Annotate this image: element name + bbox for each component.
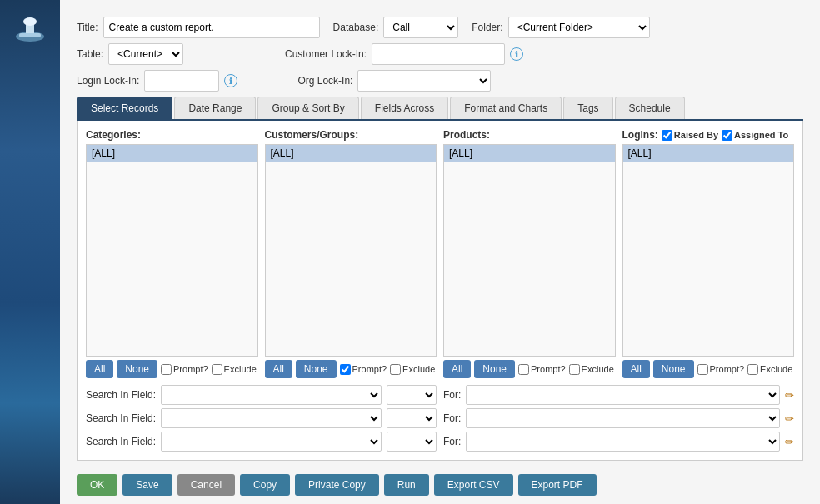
list-item[interactable]: [ALL] <box>444 145 615 162</box>
title-input[interactable] <box>103 17 320 38</box>
customers-exclude-checkbox[interactable] <box>390 364 401 375</box>
for-label-3: For: <box>443 436 461 447</box>
main-content: Title: Database: Call Folder: <Current F… <box>60 0 820 504</box>
categories-prompt-checkbox[interactable] <box>161 364 172 375</box>
products-list[interactable]: [ALL] <box>443 144 616 357</box>
logins-list[interactable]: [ALL] <box>622 144 795 357</box>
customers-none-button[interactable]: None <box>296 360 337 378</box>
search-label-2: Search In Field: <box>86 412 156 424</box>
title-group: Title: <box>77 17 320 38</box>
customer-lock-group: Customer Lock-In: ℹ <box>285 43 523 65</box>
categories-header: Categories: <box>86 129 258 141</box>
search-row-1: Search In Field: <box>86 385 437 405</box>
logins-exclude-label[interactable]: Exclude <box>748 364 792 375</box>
products-exclude-label[interactable]: Exclude <box>569 364 614 375</box>
for-row-3: For: ✏ <box>443 432 794 452</box>
logins-all-button[interactable]: All <box>622 360 650 378</box>
form-row-1: Title: Database: Call Folder: <Current F… <box>77 17 803 38</box>
search-right: For: ✏ For: ✏ For: ✏ <box>443 385 794 452</box>
products-prompt-checkbox[interactable] <box>518 364 529 375</box>
tab-select-records[interactable]: Select Records <box>77 97 172 119</box>
export-csv-button[interactable]: Export CSV <box>434 474 513 496</box>
search-field-select-1b[interactable] <box>387 385 437 405</box>
customers-exclude-label[interactable]: Exclude <box>390 364 435 375</box>
tab-format-charts[interactable]: Format and Charts <box>450 97 562 119</box>
column-categories: Categories: [ALL] All None Prompt? Exclu… <box>86 129 258 378</box>
form-row-3: Login Lock-In: ℹ Org Lock-In: <box>77 70 803 92</box>
tab-fields-across[interactable]: Fields Across <box>361 97 448 119</box>
categories-none-button[interactable]: None <box>117 360 158 378</box>
logins-prompt-checkbox[interactable] <box>698 364 708 375</box>
raised-by-text: Raised By <box>674 130 718 140</box>
tab-date-range[interactable]: Date Range <box>174 97 256 119</box>
tab-schedule[interactable]: Schedule <box>615 97 685 119</box>
search-field-select-2b[interactable] <box>387 408 437 428</box>
table-select[interactable]: <Current> <box>108 43 183 65</box>
database-select[interactable]: Call <box>383 17 458 38</box>
customers-prompt-label[interactable]: Prompt? <box>340 364 388 375</box>
for-select-2[interactable] <box>466 408 780 428</box>
list-item[interactable]: [ALL] <box>87 145 258 162</box>
edit-icon-3[interactable]: ✏ <box>785 436 794 448</box>
customers-all-button[interactable]: All <box>265 360 292 378</box>
private-copy-button[interactable]: Private Copy <box>295 474 379 496</box>
folder-select[interactable]: <Current Folder> <box>508 17 650 38</box>
run-button[interactable]: Run <box>384 474 429 496</box>
search-field-select-2[interactable] <box>161 408 382 428</box>
categories-prompt-label[interactable]: Prompt? <box>161 364 208 375</box>
logins-prompt-label[interactable]: Prompt? <box>698 364 745 375</box>
edit-icon-1[interactable]: ✏ <box>785 389 794 402</box>
form-row-2: Table: <Current> Customer Lock-In: ℹ <box>77 43 803 65</box>
logins-exclude-checkbox[interactable] <box>748 364 758 375</box>
table-label: Table: <box>77 48 103 60</box>
categories-all-button[interactable]: All <box>86 360 113 378</box>
logins-title: Logins: <box>622 129 658 141</box>
search-field-select-3b[interactable] <box>387 432 437 452</box>
search-field-select-1[interactable] <box>161 385 382 405</box>
assigned-to-label[interactable]: Assigned To <box>722 130 788 141</box>
cancel-button[interactable]: Cancel <box>178 474 235 496</box>
products-prompt-label[interactable]: Prompt? <box>518 364 566 375</box>
save-button[interactable]: Save <box>122 474 172 496</box>
logins-none-button[interactable]: None <box>653 360 694 378</box>
list-item[interactable]: [ALL] <box>266 145 437 162</box>
search-field-select-3[interactable] <box>161 432 382 452</box>
columns-row: Categories: [ALL] All None Prompt? Exclu… <box>86 129 794 378</box>
org-lock-select[interactable] <box>358 70 491 92</box>
assigned-to-checkbox[interactable] <box>722 130 732 141</box>
search-row-2: Search In Field: <box>86 408 437 428</box>
login-lock-info-icon[interactable]: ℹ <box>224 74 238 87</box>
database-label: Database: <box>333 22 379 33</box>
svg-point-2 <box>23 17 37 26</box>
database-group: Database: Call <box>333 17 459 38</box>
search-label-1: Search In Field: <box>86 389 156 401</box>
customers-prompt-checkbox[interactable] <box>340 364 351 375</box>
for-select-1[interactable] <box>466 385 780 405</box>
tab-group-sort[interactable]: Group & Sort By <box>258 97 358 119</box>
title-label: Title: <box>77 22 98 33</box>
copy-button[interactable]: Copy <box>240 474 290 496</box>
customer-lock-input[interactable] <box>372 43 505 65</box>
categories-exclude-checkbox[interactable] <box>212 364 222 375</box>
customers-list[interactable]: [ALL] <box>265 144 438 357</box>
login-lock-input[interactable] <box>144 70 219 92</box>
edit-icon-2[interactable]: ✏ <box>785 412 794 425</box>
export-pdf-button[interactable]: Export PDF <box>518 474 597 496</box>
raised-by-label[interactable]: Raised By <box>662 130 718 141</box>
products-none-button[interactable]: None <box>474 360 515 378</box>
categories-exclude-label[interactable]: Exclude <box>212 364 257 375</box>
customers-header: Customers/Groups: <box>265 129 438 141</box>
org-lock-label: Org Lock-In: <box>298 75 352 87</box>
list-item[interactable]: [ALL] <box>623 145 794 162</box>
products-header: Products: <box>443 129 616 141</box>
for-select-3[interactable] <box>466 432 780 452</box>
logins-header: Logins: Raised By Assigned To <box>622 129 795 141</box>
customer-lock-info-icon[interactable]: ℹ <box>510 47 523 61</box>
tab-tags[interactable]: Tags <box>563 97 612 119</box>
ok-button[interactable]: OK <box>77 474 118 496</box>
raised-by-checkbox[interactable] <box>662 130 672 141</box>
products-exclude-checkbox[interactable] <box>569 364 580 375</box>
products-all-button[interactable]: All <box>443 360 471 378</box>
login-lock-label: Login Lock-In: <box>77 75 139 87</box>
categories-list[interactable]: [ALL] <box>86 144 258 357</box>
